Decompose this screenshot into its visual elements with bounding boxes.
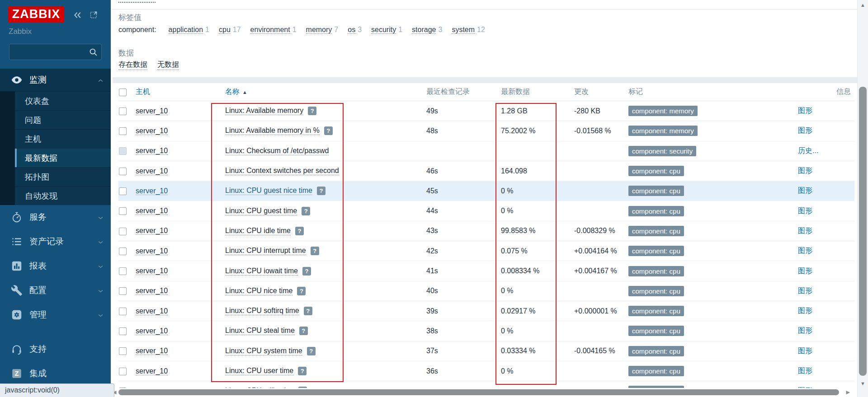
help-icon[interactable]: ? [297,287,306,295]
info-link[interactable]: 图形 [798,187,812,194]
help-icon[interactable]: ? [304,307,312,315]
host-link[interactable]: server_10 [136,127,168,135]
horizontal-scrollbar-thumb[interactable] [118,389,839,395]
tag-badge[interactable]: component: cpu [628,286,684,296]
item-name-link[interactable]: Linux: CPU steal time [225,327,295,335]
row-checkbox[interactable] [119,107,127,115]
info-link[interactable]: 历史... [798,147,818,154]
sidebar-item-discovery[interactable]: 自动发现 [15,186,111,205]
host-link[interactable]: server_10 [136,227,168,235]
help-icon[interactable]: ? [311,247,319,255]
info-link[interactable]: 图形 [798,107,812,114]
tag-badge[interactable]: component: cpu [628,266,684,276]
item-name-link[interactable]: Linux: Available memory [225,107,303,115]
row-checkbox[interactable] [119,327,127,335]
host-link[interactable]: server_10 [136,147,168,155]
info-link[interactable]: 图形 [798,267,812,275]
item-name-link[interactable]: Linux: CPU idle time [225,227,291,235]
row-checkbox[interactable] [119,248,127,255]
row-checkbox[interactable] [119,147,127,155]
tag-badge[interactable]: component: cpu [628,226,684,236]
help-icon[interactable]: ? [302,267,311,276]
info-link[interactable]: 图形 [798,126,812,134]
tag-badge[interactable]: component: cpu [628,246,684,256]
item-name-link[interactable]: Linux: CPU iowait time [225,267,298,276]
tag-badge[interactable]: component: cpu [628,166,684,176]
sidebar-item-services[interactable]: 服务 [0,205,111,229]
row-checkbox[interactable] [119,347,127,355]
info-link[interactable]: 图形 [798,167,812,174]
tag-badge[interactable]: component: memory [628,106,698,116]
help-icon[interactable]: ? [307,347,316,355]
scroll-right-arrow[interactable]: ▶ [846,389,850,395]
row-checkbox[interactable] [119,287,127,295]
info-link[interactable]: 图形 [798,227,812,234]
sidebar-item-integrations[interactable]: Z集成 [0,361,111,386]
help-icon[interactable]: ? [317,187,326,195]
search-input[interactable] [9,44,101,60]
host-link[interactable]: server_10 [136,247,168,255]
row-checkbox[interactable] [119,267,127,275]
tag-badge[interactable]: component: security [628,146,696,156]
help-icon[interactable]: ? [299,327,308,335]
item-name-link[interactable]: Linux: Available memory in % [225,126,320,135]
sort-by-host[interactable]: 主机 [136,88,150,95]
item-name-link[interactable]: Linux: CPU system time [225,347,302,355]
sidebar-item-administration[interactable]: 管理 [0,303,111,327]
tag-filter-link[interactable]: storage [412,26,436,34]
sidebar-item-monitoring[interactable]: 监测 [0,69,111,91]
host-link[interactable]: server_10 [136,107,168,115]
scroll-up-arrow[interactable]: ▲ [858,2,868,8]
tag-filter-link[interactable]: memory [306,26,332,34]
sidebar-item-hosts[interactable]: 主机 [15,129,111,148]
help-icon[interactable]: ? [324,126,333,135]
tag-filter-link[interactable]: application [169,26,203,34]
tag-filter-link[interactable]: environment [250,26,290,34]
help-icon[interactable]: ? [298,367,307,375]
tag-filter-link[interactable]: cpu [219,26,231,34]
host-link[interactable]: server_10 [136,287,168,295]
select-all-checkbox[interactable] [119,89,127,96]
sidebar-item-reports[interactable]: 报表 [0,254,111,278]
tag-filter-link[interactable]: system [452,26,475,34]
sidebar-item-problems[interactable]: 问题 [15,110,111,129]
host-link[interactable]: server_10 [136,167,168,175]
help-icon[interactable]: ? [295,227,304,235]
item-name-link[interactable]: Linux: CPU interrupt time [225,247,306,255]
item-name-link[interactable]: Linux: Context switches per second [225,167,339,175]
host-link[interactable]: server_10 [136,307,168,315]
info-link[interactable]: 图形 [798,207,812,215]
info-link[interactable]: 图形 [798,327,812,334]
tag-badge[interactable]: component: memory [628,126,698,136]
item-name-link[interactable]: Linux: CPU guest time [225,207,297,215]
row-checkbox[interactable] [119,187,127,195]
row-checkbox[interactable] [119,207,127,215]
item-name-link[interactable]: Linux: CPU nice time [225,287,292,295]
info-link[interactable]: 图形 [798,247,812,254]
info-link[interactable]: 图形 [798,347,812,355]
item-name-link[interactable]: Linux: Checksum of /etc/passwd [225,147,329,155]
tag-badge[interactable]: component: cpu [628,186,684,196]
data-filter-link[interactable]: 存在数据 [118,60,147,70]
tag-badge[interactable]: component: cpu [628,346,684,356]
tag-filter-link[interactable]: security [371,26,396,34]
sidebar-item-configuration[interactable]: 配置 [0,278,111,303]
host-link[interactable]: server_10 [136,347,168,355]
sidebar-item-support[interactable]: 支持 [0,337,111,361]
host-link[interactable]: server_10 [136,207,168,215]
host-link[interactable]: server_10 [136,267,168,275]
info-link[interactable]: 图形 [798,287,812,294]
expand-sidebar-icon[interactable] [89,10,100,21]
zabbix-logo[interactable]: ZABBIX [8,6,64,23]
sidebar-item-latest-data[interactable]: 最新数据 [15,148,111,167]
host-link[interactable]: server_10 [136,187,168,195]
row-checkbox[interactable] [119,308,127,315]
tag-badge[interactable]: component: cpu [628,206,684,216]
tag-badge[interactable]: component: cpu [628,366,684,376]
collapse-sidebar-icon[interactable] [72,10,83,21]
row-checkbox[interactable] [119,168,127,175]
host-link[interactable]: server_10 [136,327,168,335]
row-checkbox[interactable] [119,368,127,375]
sort-by-name[interactable]: 名称 [225,88,240,95]
info-link[interactable]: 图形 [798,307,812,314]
